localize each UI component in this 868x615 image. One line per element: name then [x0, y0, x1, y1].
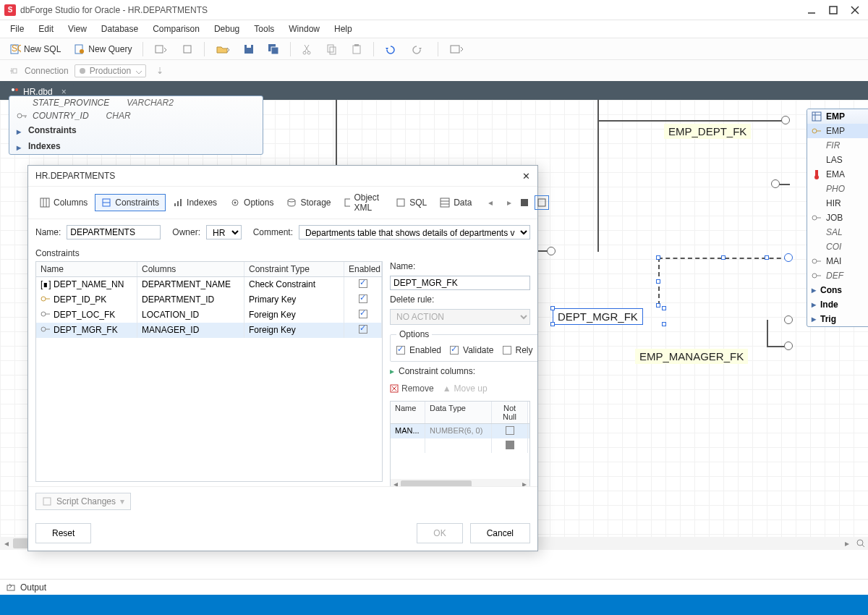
constraint-columns-grid[interactable]: Name Data Type Not Null MAN... NUMBER(6,…	[390, 401, 530, 486]
constraint-row[interactable]: DEPT_LOC_FK LOCATION_ID Foreign Key	[36, 308, 382, 323]
dialog-titlebar[interactable]: HR.DEPARTMENTS ✕	[28, 166, 537, 186]
scroll-left-icon[interactable]: ◂	[391, 479, 401, 486]
delete-rule-select[interactable]: NO ACTION	[390, 309, 530, 325]
chevron-right-icon[interactable]: ▸	[17, 143, 24, 150]
detail-name-input[interactable]	[390, 276, 530, 290]
open-button[interactable]	[210, 41, 235, 57]
tab-data[interactable]: Data	[434, 195, 477, 211]
view-mode-2[interactable]	[535, 195, 549, 210]
menu-edit[interactable]: Edit	[33, 22, 59, 35]
tab-object-xml[interactable]: Object XML	[338, 190, 388, 216]
copy-button[interactable]	[321, 41, 343, 57]
undo-button[interactable]	[380, 41, 404, 57]
fk-label-emp-mgr[interactable]: EMP_MANAGER_FK	[635, 349, 748, 364]
redo-button[interactable]	[407, 41, 432, 57]
constraint-detail-pane: Name: Delete rule: NO ACTION Options Ena…	[390, 261, 530, 482]
fk-icon	[41, 310, 51, 318]
tab-columns[interactable]: Columns	[34, 195, 93, 211]
col-header-columns[interactable]: Columns	[137, 262, 244, 276]
tab-prev-icon[interactable]: ◂	[484, 198, 497, 208]
constraints-grid[interactable]: Name Columns Constraint Type Enabled [∎]…	[35, 261, 383, 482]
new-sql-button[interactable]: SQLNew SQL	[4, 41, 66, 57]
chevron-right-icon[interactable]: ▸	[812, 314, 816, 324]
tab-sql[interactable]: SQL	[390, 195, 433, 211]
chevron-right-icon[interactable]: ▸	[812, 285, 816, 295]
menu-tools[interactable]: Tools	[248, 22, 280, 35]
tab-next-icon[interactable]: ▸	[503, 198, 516, 208]
tool-button-3[interactable]	[444, 41, 469, 57]
name-input[interactable]	[67, 225, 161, 239]
svg-line-39	[862, 545, 864, 547]
diagram-table-locations[interactable]: STATE_PROVINCEVARCHAR2 COUNTRY_IDCHAR ▸C…	[9, 96, 263, 155]
col-header-enabled[interactable]: Enabled	[344, 262, 382, 276]
zoom-icon[interactable]	[854, 537, 868, 550]
constraint-row[interactable]: [∎]DEPT_NAME_NN DEPARTMENT_NAME Check Co…	[36, 277, 382, 292]
cut-button[interactable]	[297, 41, 318, 57]
scroll-left-icon[interactable]: ◂	[0, 537, 13, 550]
menu-window[interactable]: Window	[283, 22, 326, 35]
tab-options[interactable]: Options	[224, 195, 279, 211]
dialog-close-icon[interactable]: ✕	[522, 171, 530, 182]
menu-view[interactable]: View	[62, 22, 93, 35]
scroll-right-icon[interactable]: ▸	[841, 537, 854, 550]
ok-button[interactable]: OK	[417, 523, 462, 543]
enabled-checkbox[interactable]	[359, 294, 367, 303]
enabled-checkbox[interactable]	[359, 325, 367, 334]
reset-button[interactable]: Reset	[35, 523, 91, 543]
owner-select[interactable]: HR	[206, 225, 242, 239]
tab-constraints[interactable]: Constraints	[95, 194, 166, 211]
cc-horizontal-scrollbar[interactable]: ◂ ▸	[391, 479, 529, 486]
col-header-type[interactable]: Constraint Type	[244, 262, 344, 276]
menu-file[interactable]: File	[4, 22, 30, 35]
notnull-checkbox[interactable]	[506, 426, 514, 435]
cc-row-empty[interactable]	[391, 438, 529, 453]
svg-rect-64	[43, 498, 51, 505]
scroll-right-icon[interactable]: ▸	[519, 479, 529, 486]
menu-database[interactable]: Database	[95, 22, 144, 35]
remove-column-button[interactable]: Remove	[390, 383, 434, 394]
comment-select[interactable]: Departments table that shows details of …	[299, 225, 530, 239]
minimize-button[interactable]	[807, 6, 816, 14]
col-header-name[interactable]: Name	[36, 262, 137, 276]
close-button[interactable]	[851, 6, 859, 14]
output-panel-header[interactable]: Output	[0, 579, 868, 595]
enabled-checkbox[interactable]	[359, 279, 367, 288]
enabled-option[interactable]: Enabled	[396, 345, 441, 355]
diagram-table-employees[interactable]: EMP EMP FIR LAS EMA PHO HIR JOB SAL COI …	[807, 109, 868, 327]
tab-storage[interactable]: Storage	[281, 195, 336, 211]
move-up-button[interactable]: ▲Move up	[443, 383, 488, 394]
paste-button[interactable]	[346, 41, 367, 57]
validate-option[interactable]: Validate	[450, 345, 493, 355]
save-button[interactable]	[238, 41, 260, 57]
menu-comparison[interactable]: Comparison	[147, 22, 205, 35]
constraint-columns-header[interactable]: ▸Constraint columns:	[390, 366, 530, 376]
thermometer-icon	[812, 169, 822, 179]
constraint-row[interactable]: DEPT_ID_PK DEPARTMENT_ID Primary Key	[36, 292, 382, 308]
chevron-right-icon[interactable]: ▸	[812, 300, 816, 310]
enabled-checkbox[interactable]	[359, 310, 367, 318]
script-changes-button[interactable]: Script Changes ▾	[35, 493, 131, 510]
fk-label-emp-dept[interactable]: EMP_DEPT_FK	[664, 124, 751, 139]
menu-help[interactable]: Help	[328, 22, 358, 35]
diagram-canvas[interactable]: STATE_PROVINCEVARCHAR2 COUNTRY_IDCHAR ▸C…	[0, 100, 868, 550]
rely-option[interactable]: Rely	[503, 345, 533, 355]
cancel-button[interactable]: Cancel	[470, 523, 530, 543]
scroll-thumb[interactable]	[401, 480, 472, 486]
new-query-button[interactable]: New Query	[69, 41, 137, 57]
comment-label: Comment:	[253, 227, 293, 237]
maximize-button[interactable]	[829, 6, 838, 14]
notnull-checkbox[interactable]	[506, 441, 514, 449]
fk-label-dept-mgr[interactable]: DEPT_MGR_FK	[553, 308, 643, 325]
save-all-button[interactable]	[263, 41, 284, 57]
chevron-right-icon[interactable]: ▸	[17, 127, 24, 134]
constraint-row[interactable]: DEPT_MGR_FK MANAGER_ID Foreign Key	[36, 323, 382, 338]
toolbar-overflow-icon[interactable]: ⇣	[156, 66, 163, 76]
menu-debug[interactable]: Debug	[208, 22, 245, 35]
view-mode-1[interactable]	[517, 195, 532, 210]
connection-combo[interactable]: Production	[75, 64, 146, 77]
tool-button-2[interactable]	[176, 41, 198, 57]
cc-row[interactable]: MAN... NUMBER(6, 0)	[391, 424, 529, 438]
detail-name-label: Name:	[390, 261, 530, 271]
tool-button-1[interactable]	[149, 41, 174, 57]
tab-indexes[interactable]: Indexes	[167, 195, 223, 211]
